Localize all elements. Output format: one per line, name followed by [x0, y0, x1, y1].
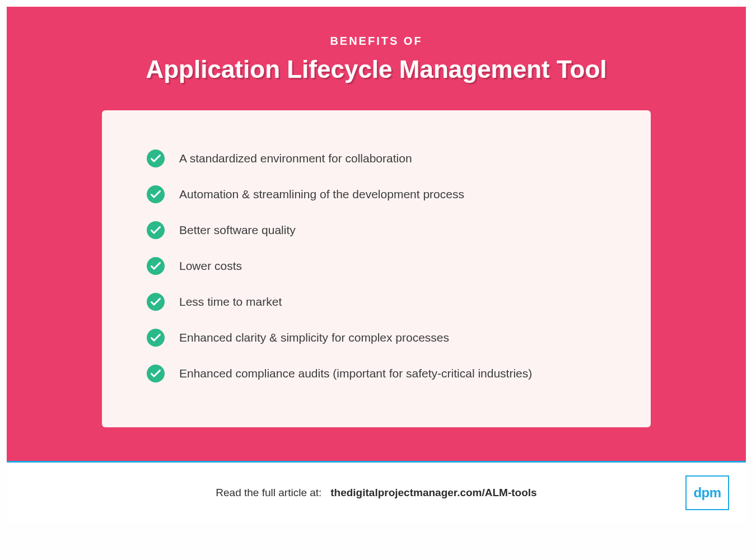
benefit-text: Enhanced clarity & simplicity for comple… [179, 331, 449, 344]
footer-link: thedigitalprojectmanager.com/ALM-tools [330, 487, 536, 498]
checkmark-icon [147, 293, 165, 311]
brand-logo: dpm [685, 475, 729, 510]
list-item: Enhanced compliance audits (important fo… [147, 365, 606, 382]
benefit-text: A standardized environment for collabora… [179, 152, 412, 165]
benefit-text: Automation & streamlining of the develop… [179, 188, 464, 201]
benefit-text: Enhanced compliance audits (important fo… [179, 367, 532, 380]
benefits-list: A standardized environment for collabora… [147, 150, 606, 382]
list-item: Better software quality [147, 221, 606, 239]
hero-section: BENEFITS OF Application Lifecycle Manage… [7, 7, 746, 461]
benefit-text: Better software quality [179, 223, 296, 237]
infographic-frame: BENEFITS OF Application Lifecycle Manage… [7, 7, 746, 523]
checkmark-icon [147, 221, 165, 239]
footer-section: Read the full article at: thedigitalproj… [7, 463, 746, 523]
benefit-text: Lower costs [179, 259, 242, 273]
footer-cta: Read the full article at: thedigitalproj… [216, 487, 536, 499]
list-item: A standardized environment for collabora… [147, 150, 606, 167]
list-item: Lower costs [147, 257, 606, 275]
checkmark-icon [147, 257, 165, 275]
list-item: Less time to market [147, 293, 606, 311]
checkmark-icon [147, 365, 165, 382]
brand-logo-text: dpm [693, 485, 721, 501]
checkmark-icon [147, 150, 165, 167]
benefits-card: A standardized environment for collabora… [102, 110, 651, 427]
checkmark-icon [147, 185, 165, 203]
page-title: Application Lifecycle Management Tool [146, 55, 606, 83]
footer-lead: Read the full article at: [216, 487, 321, 498]
checkmark-icon [147, 329, 165, 347]
benefit-text: Less time to market [179, 295, 282, 309]
eyebrow-text: BENEFITS OF [330, 35, 422, 48]
list-item: Automation & streamlining of the develop… [147, 185, 606, 203]
list-item: Enhanced clarity & simplicity for comple… [147, 329, 606, 347]
